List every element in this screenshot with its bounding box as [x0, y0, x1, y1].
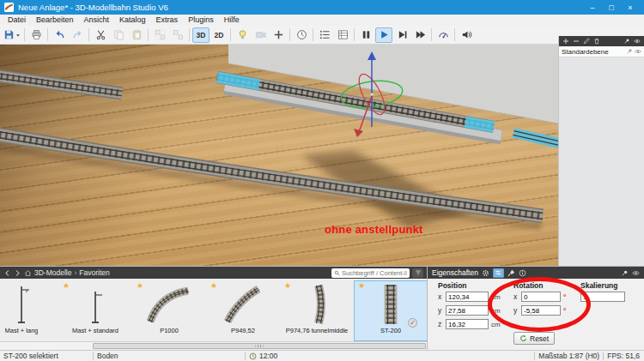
undo-button[interactable]: [51, 27, 68, 43]
list-icon: [319, 29, 331, 40]
catalog-item-p949[interactable]: ★ P949,52: [206, 280, 280, 341]
viewport-canvas[interactable]: ohne anstellpunkt: [0, 45, 558, 266]
catalog-item-p974[interactable]: ★ P974,76 tunnelmiddle: [280, 280, 354, 341]
breadcrumb-root[interactable]: 3D-Modelle: [34, 268, 71, 277]
visibility-icon[interactable]: [634, 38, 641, 45]
paste-button[interactable]: [128, 27, 145, 43]
bulb-icon: [237, 29, 248, 40]
sound-button[interactable]: [458, 27, 475, 43]
play-button[interactable]: [375, 27, 392, 43]
add-object-button[interactable]: [270, 27, 287, 43]
properties-body: Position x cm y cm z cm Rotati: [428, 279, 644, 350]
track-shadow: [0, 146, 541, 228]
search-input[interactable]: [342, 269, 407, 277]
selection-highlight: [465, 122, 494, 127]
remove-layer-icon[interactable]: [573, 38, 580, 45]
selected-track-piece[interactable]: [513, 131, 559, 147]
step-forward-button[interactable]: [393, 27, 410, 43]
panel-eye-icon[interactable]: [632, 269, 640, 277]
properties-tab-active[interactable]: [493, 268, 504, 278]
scale-group: Skalierung: [580, 281, 625, 305]
item-thumbnail: [367, 281, 415, 326]
delete-layer-icon[interactable]: [593, 38, 600, 45]
item-label: Mast + standard: [72, 327, 118, 334]
pin-panel-icon[interactable]: [623, 38, 630, 45]
home-icon[interactable]: [24, 269, 32, 277]
catalog-item-mast-standard[interactable]: ★ Mast + standard: [58, 280, 132, 341]
curved-track[interactable]: [0, 131, 543, 220]
print-button[interactable]: [27, 27, 45, 43]
menu-plugins[interactable]: Plugins: [183, 15, 219, 26]
catalog-item-list: ★ Mast + lang ★ Mast + standard ★ P1000 …: [0, 279, 427, 341]
ungroup-button[interactable]: [169, 27, 186, 43]
brush-icon[interactable]: [507, 269, 515, 277]
pause-button[interactable]: [357, 27, 374, 43]
floppy-icon: [3, 29, 15, 40]
menu-bearbeiten[interactable]: Bearbeiten: [31, 15, 79, 26]
position-z-input[interactable]: [446, 319, 489, 329]
gear-icon[interactable]: [482, 269, 489, 277]
info-icon[interactable]: [519, 269, 526, 277]
save-button[interactable]: [3, 27, 21, 43]
properties-header: Eigenschaften: [428, 267, 644, 279]
layers-toolbar: [559, 36, 644, 46]
search-options-button[interactable]: [412, 268, 423, 278]
favorite-star-icon: ★: [63, 282, 70, 290]
reset-button[interactable]: Reset: [513, 332, 555, 345]
menu-katalog[interactable]: Katalog: [114, 15, 151, 26]
camera-button[interactable]: [252, 27, 269, 43]
speed-button[interactable]: [434, 27, 452, 43]
plus-icon: [273, 29, 284, 40]
cut-button[interactable]: [92, 27, 109, 43]
pin-panel-icon[interactable]: [621, 269, 629, 277]
redo-button[interactable]: [69, 27, 86, 43]
copy-icon: [113, 29, 125, 40]
catalog-panel: 3D-Modelle › Favoriten ★ Mast + lang ★ M…: [0, 266, 427, 350]
light-button[interactable]: [234, 27, 251, 43]
group-button[interactable]: [151, 27, 168, 43]
view-3d-toggle[interactable]: 3D: [192, 27, 210, 43]
scale-input[interactable]: [580, 292, 625, 302]
layers-empty-area: [559, 57, 644, 266]
clock-icon: [249, 352, 257, 360]
minimize-button[interactable]: –: [583, 1, 602, 14]
maximize-button[interactable]: □: [602, 1, 621, 14]
view-2d-toggle[interactable]: 2D: [210, 27, 228, 43]
rotation-group: Rotation x ° y °: [513, 281, 566, 319]
clock-button[interactable]: [293, 27, 310, 43]
stub-track[interactable]: [0, 73, 122, 95]
close-button[interactable]: ×: [621, 1, 640, 14]
layer-row-standardebene[interactable]: Standardebene: [559, 46, 644, 57]
catalog-search: [331, 268, 410, 278]
clock-icon: [296, 29, 307, 40]
event-list-button[interactable]: [316, 27, 333, 43]
back-icon[interactable]: [3, 269, 11, 277]
scrollbar-thumb[interactable]: [93, 343, 426, 349]
edit-layer-icon[interactable]: [583, 38, 590, 45]
catalog-item-st200[interactable]: ★ ST-200 ✓: [354, 280, 427, 341]
catalog-item-mast-lang[interactable]: ★ Mast + lang: [0, 280, 58, 341]
rotation-y-input[interactable]: [521, 305, 561, 316]
forward-icon[interactable]: [14, 269, 21, 277]
position-x-input[interactable]: [446, 292, 489, 302]
properties-panel: Eigenschaften Position x cm y: [427, 266, 644, 350]
layer-pin-icon[interactable]: [626, 48, 633, 55]
horizontal-scrollbar[interactable]: [0, 341, 427, 350]
breadcrumb-current[interactable]: Favoriten: [79, 268, 109, 277]
layer-eye-icon[interactable]: [635, 48, 641, 55]
menu-ansicht[interactable]: Ansicht: [79, 15, 115, 26]
item-thumbnail: [219, 281, 267, 326]
catalog-item-p1000[interactable]: ★ P1000: [132, 280, 206, 341]
menu-datei[interactable]: Datei: [3, 15, 31, 26]
menu-extras[interactable]: Extras: [151, 15, 184, 26]
arrow-down-red[interactable]: [354, 129, 363, 137]
rotation-x-input[interactable]: [521, 292, 561, 302]
table-view-button[interactable]: [334, 27, 351, 43]
copy-button[interactable]: [110, 27, 127, 43]
menu-hilfe[interactable]: Hilfe: [219, 15, 245, 26]
add-layer-icon[interactable]: [562, 38, 569, 45]
position-y-unit: cm: [491, 307, 501, 315]
skip-end-button[interactable]: [411, 27, 428, 43]
position-y-input[interactable]: [446, 305, 489, 316]
favorite-star-icon: ★: [284, 282, 291, 290]
